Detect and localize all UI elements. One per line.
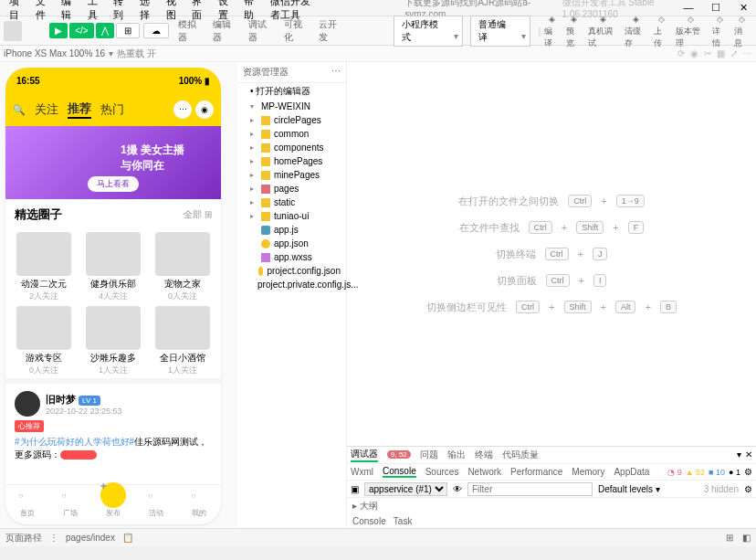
file-project.config.json[interactable]: project.config.json: [237, 264, 346, 278]
btn-3[interactable]: ⋀: [96, 23, 114, 38]
file-static[interactable]: ▸static: [237, 195, 346, 209]
status-sep: ⋮: [49, 533, 58, 543]
panel-输出[interactable]: 输出: [447, 449, 466, 460]
section-more[interactable]: 全部 ⊞: [184, 208, 212, 221]
post-hash[interactable]: #为什么玩荷好的人学荷也好#: [15, 437, 134, 447]
panel-问题[interactable]: 问题: [420, 449, 438, 460]
file-minePages[interactable]: ▸minePages: [237, 168, 346, 182]
dt-tab-Console[interactable]: Console: [383, 466, 416, 478]
dt-tab-Network[interactable]: Network: [467, 467, 501, 477]
inspect-icon[interactable]: ▣: [351, 484, 359, 494]
post-tag: 心推荐: [15, 420, 44, 432]
file-homePages[interactable]: ▸homePages: [237, 154, 346, 168]
action-真机调试[interactable]: ◈真机调试: [588, 13, 617, 49]
dt-tab-AppData[interactable]: AppData: [614, 467, 649, 477]
sub-云开发[interactable]: 云开发: [319, 18, 343, 44]
banner[interactable]: 1撮 美女主播与你同在 马上看看: [5, 126, 221, 199]
dt-tab-Sources[interactable]: Sources: [425, 467, 459, 477]
circle-item[interactable]: 健身俱乐部4人关注: [79, 230, 148, 304]
circle-item[interactable]: 动漫二次元2人关注: [9, 230, 79, 304]
file-common[interactable]: ▸common: [237, 127, 346, 141]
circle-item[interactable]: 沙雕乐趣多1人关注: [79, 304, 148, 378]
menu-文件[interactable]: 文件: [30, 0, 55, 24]
right-上传[interactable]: ◇上传: [654, 13, 668, 49]
compile-select[interactable]: 普通编译: [470, 16, 531, 47]
open-editors[interactable]: • 打开的编辑器: [237, 83, 346, 100]
action-清缓存[interactable]: ◈清缓存: [625, 13, 646, 49]
tabbar-发布[interactable]: ✚发布: [91, 485, 134, 524]
sb-ic[interactable]: ⋯: [743, 48, 752, 58]
btn-1[interactable]: ▶: [49, 23, 68, 38]
avatar[interactable]: [4, 21, 22, 41]
target-icon[interactable]: ◉: [195, 100, 214, 119]
menu-项目[interactable]: 项目: [4, 0, 28, 24]
sb-ic[interactable]: ▦: [717, 48, 725, 58]
file-app.json[interactable]: app.json: [237, 237, 346, 250]
btn-2[interactable]: </>: [69, 23, 93, 38]
console-gear-icon[interactable]: ⚙: [744, 484, 752, 494]
circle-item[interactable]: 宠物之家0人关注: [148, 230, 217, 304]
context-select[interactable]: appservice (#1): [364, 482, 447, 496]
panel-终端[interactable]: 终端: [475, 449, 493, 460]
file-project.private.config.js...[interactable]: project.private.config.js...: [237, 278, 346, 291]
mode-select[interactable]: 小程序模式: [394, 16, 463, 47]
search-icon[interactable]: 🔍: [13, 104, 26, 116]
project-root[interactable]: ▾MP-WEIXIN: [237, 100, 346, 113]
post-user[interactable]: 旧时梦: [46, 394, 76, 405]
sub-可视化[interactable]: 可视化: [284, 18, 309, 44]
circle-item[interactable]: 全日小酒馆1人关注: [148, 304, 217, 378]
file-pages[interactable]: ▸pages: [237, 182, 346, 195]
dt-tab-Performance[interactable]: Performance: [510, 467, 562, 477]
file-tuniao-ui[interactable]: ▸tuniao-ui: [237, 209, 346, 223]
levels[interactable]: Default levels ▾: [598, 484, 660, 494]
tab-follow[interactable]: 关注: [35, 101, 58, 118]
tabbar-我的[interactable]: ○我的: [178, 485, 221, 524]
circle-item[interactable]: 游戏专区0人关注: [9, 304, 79, 378]
menu-选择[interactable]: 选择: [134, 0, 159, 24]
btn-5[interactable]: ☁: [143, 23, 169, 38]
sb-ic[interactable]: ⤢: [730, 48, 738, 58]
tabbar-广场[interactable]: ○广场: [48, 485, 91, 524]
menu-icon[interactable]: ⋯: [173, 100, 192, 119]
device-name[interactable]: iPhone XS Max 100% 16: [4, 48, 105, 58]
banner-btn[interactable]: 马上看看: [88, 176, 139, 192]
tab-recommend[interactable]: 推荐: [68, 100, 91, 119]
post-avatar[interactable]: [15, 391, 40, 417]
file-circlePages[interactable]: ▸circlePages: [237, 113, 346, 127]
status-path[interactable]: pages/index: [66, 533, 115, 543]
action-编译[interactable]: ◈编译: [544, 13, 559, 49]
sb-ic[interactable]: ◉: [690, 48, 698, 58]
collapse-icon[interactable]: ▾: [737, 449, 741, 460]
panel-代码质量[interactable]: 代码质量: [502, 449, 539, 460]
action-预览[interactable]: ◈预览: [566, 13, 581, 49]
menu-编辑[interactable]: 编辑: [56, 0, 80, 24]
debugger-badge: 9, 52: [387, 450, 411, 459]
dt-tab-Wxml[interactable]: Wxml: [351, 467, 373, 477]
btn-4[interactable]: ⊞: [116, 23, 140, 38]
sub-模拟器[interactable]: 模拟器: [178, 18, 203, 44]
tabbar-首页[interactable]: ○首页: [5, 485, 48, 524]
hint: 切换侧边栏可见性Ctrl + Shift + Alt + B: [426, 301, 677, 314]
menu-工具[interactable]: 工具: [82, 0, 107, 24]
right-版本管理[interactable]: ◇版本管理: [676, 13, 705, 49]
right-详情[interactable]: ◇详情: [712, 13, 727, 49]
file-app.js[interactable]: app.js: [237, 223, 346, 237]
sb-ic[interactable]: ⟳: [677, 48, 685, 58]
gear-icon[interactable]: ⚙: [744, 467, 752, 477]
filter-input[interactable]: [467, 482, 593, 496]
sb-ic[interactable]: ✂: [704, 48, 711, 58]
debugger-tab[interactable]: 调试器: [351, 448, 378, 462]
sub-编辑器[interactable]: 编辑器: [213, 18, 237, 44]
status-r2[interactable]: ◧: [742, 533, 751, 543]
panel-close-icon[interactable]: ✕: [745, 449, 752, 460]
dt-tab-Memory[interactable]: Memory: [572, 467, 604, 477]
file-app.wxss[interactable]: app.wxss: [237, 250, 346, 264]
menu-转到[interactable]: 转到: [108, 0, 132, 24]
status-r1[interactable]: ⊞: [726, 533, 733, 543]
right-消息[interactable]: ◇消息: [734, 13, 749, 49]
sub-调试器[interactable]: 调试器: [248, 18, 273, 44]
explorer-more-icon[interactable]: ⋯: [331, 66, 341, 79]
tab-hot[interactable]: 热门: [100, 101, 124, 118]
file-components[interactable]: ▸components: [237, 141, 346, 154]
tabbar-活动[interactable]: ○活动: [135, 485, 178, 524]
